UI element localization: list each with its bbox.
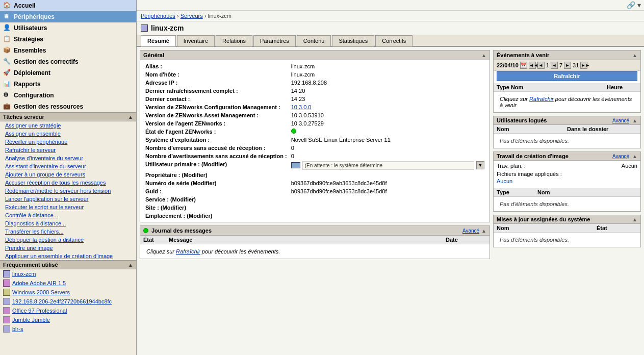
task-prendre-image[interactable]: Prendre une image bbox=[0, 244, 136, 252]
journal-collapse-btn[interactable]: ▲ bbox=[481, 228, 486, 234]
tasks-collapse-btn[interactable]: ▲ bbox=[128, 114, 133, 120]
frequent-item-blrs[interactable]: blr-s bbox=[0, 324, 136, 334]
general-section: Général ▲ Alias : linux-zcm Nom bbox=[140, 50, 490, 222]
general-table: Alias : linux-zcm Nom d'hôte : linux-zcm… bbox=[143, 62, 486, 220]
dropdown-icon[interactable]: ▾ bbox=[637, 1, 641, 9]
tab-resume[interactable]: Résumé bbox=[141, 35, 176, 46]
table-row: Service : (Modifier) bbox=[143, 195, 486, 204]
sidebar-nav-item-ensembles[interactable]: 📦 Ensembles bbox=[0, 45, 136, 56]
frequent-item-adobe-air[interactable]: Adobe Adobe AIR 1.5 bbox=[0, 278, 136, 288]
sidebar-nav-item-deploiement[interactable]: 🚀 Déploiement bbox=[0, 67, 136, 79]
nav-7-btn[interactable]: ◄ bbox=[551, 62, 558, 69]
journal-section: Journal des messages Avancé ▲ État Messa… bbox=[140, 225, 490, 259]
site-modifier-link[interactable]: (Modifier) bbox=[161, 205, 186, 211]
image-work-section: Travail de création d'image Avancé ▲ Tra… bbox=[493, 151, 641, 212]
page-title: linux-zcm bbox=[151, 24, 184, 32]
frequent-item-linux-zcm[interactable]: linux-zcm bbox=[0, 269, 136, 278]
service-modifier-link[interactable]: (Modifier) bbox=[170, 196, 196, 202]
sidebar-nav-item-ressources[interactable]: 💼 Gestion des ressources bbox=[0, 101, 136, 112]
general-collapse-btn[interactable]: ▲ bbox=[481, 53, 486, 58]
task-accuser-reception[interactable]: Accuser réception de tous les messages bbox=[0, 179, 136, 187]
events-rafraichir-link[interactable]: Rafraîchir bbox=[529, 96, 554, 102]
nav-next-btn[interactable]: ► bbox=[564, 62, 571, 69]
sidebar-nav-item-utilisateurs[interactable]: 👤 Utilisateurs bbox=[0, 22, 136, 34]
sidebar-nav-item-correctifs[interactable]: 🔧 Gestion des correctifs bbox=[0, 56, 136, 67]
tab-parametres[interactable]: Paramètres bbox=[253, 35, 296, 46]
task-appliquer-ensemble[interactable]: Appliquer un ensemble de création d'imag… bbox=[0, 252, 136, 260]
journal-rafraichir-link[interactable]: Rafraîchir bbox=[176, 248, 200, 255]
table-row: Utilisateur primaire : (Modifier) (En at… bbox=[143, 160, 486, 171]
frequent-item-ip[interactable]: 192.168.8.206-2e4f27720b661944bc8fc bbox=[0, 297, 136, 306]
breadcrumb-peripheriques[interactable]: Périphériques bbox=[141, 13, 175, 19]
task-rafraichir-serveur[interactable]: Rafraîchir le serveur bbox=[0, 146, 136, 154]
events-refresh-btn[interactable]: Rafraîchir bbox=[497, 71, 637, 81]
journal-status-icon bbox=[143, 228, 148, 233]
table-row: Nombre d'avertissements sans accusé de r… bbox=[143, 152, 486, 160]
nav-last-btn[interactable]: ►► bbox=[580, 62, 587, 69]
updates-no-items: Pas d'éléments disponibles. bbox=[497, 235, 637, 245]
frequent-item-office97[interactable]: Office 97 Professional bbox=[0, 306, 136, 315]
journal-avance-link[interactable]: Avancé bbox=[462, 228, 479, 234]
task-assistant-inventaire[interactable]: Assistant d'inventaire du serveur bbox=[0, 162, 136, 170]
serie-modifier-link[interactable]: (Modifier) bbox=[191, 180, 216, 186]
top-right-bar: 🔗 ▾ bbox=[137, 0, 644, 11]
device-icon bbox=[3, 298, 10, 305]
events-note: Cliquez sur Rafraîchir pour découvrir le… bbox=[497, 94, 637, 110]
logged-users-collapse-btn[interactable]: ▲ bbox=[632, 118, 637, 123]
fichiers-aucun-link[interactable]: Aucun bbox=[497, 178, 512, 184]
table-row: État de l'agent ZENworks : bbox=[143, 128, 486, 136]
journal-col-headers: État Message Date bbox=[140, 236, 490, 244]
tab-contenu[interactable]: Contenu bbox=[297, 35, 331, 46]
emplacement-modifier-link[interactable]: (Modifier) bbox=[187, 213, 212, 219]
table-row: Système d'exploitation : Novell SuSE Lin… bbox=[143, 136, 486, 144]
image-work-collapse-btn[interactable]: ▲ bbox=[632, 154, 637, 159]
proprietaire-modifier-link[interactable]: (Modifier) bbox=[182, 172, 208, 178]
image-work-no-items: Pas d'éléments disponibles. bbox=[497, 199, 637, 209]
link-icon[interactable]: 🔗 bbox=[627, 1, 635, 9]
sidebar-nav-item-accueil[interactable]: 🏠 Accueil bbox=[0, 0, 136, 11]
task-ajouter-groupe[interactable]: Ajouter à un groupe de serveurs bbox=[0, 170, 136, 179]
task-debloquer-gestion[interactable]: Débloquer la gestion à distance bbox=[0, 236, 136, 244]
nav-prev-btn[interactable]: ◄ bbox=[537, 62, 545, 69]
zenworks-version-link[interactable]: 10.3.0.0 bbox=[291, 104, 312, 110]
task-lancer-application[interactable]: Lancer l'application sur le serveur bbox=[0, 195, 136, 203]
user-prim-text: (En attente : le système détermine bbox=[302, 161, 474, 170]
task-assigner-strategie[interactable]: Assigner une stratégie bbox=[0, 121, 136, 130]
user-prim-modifier-link[interactable]: (Modifier) bbox=[201, 161, 227, 167]
journal-header: Journal des messages Avancé ▲ bbox=[140, 226, 490, 236]
image-work-avance-link[interactable]: Avancé bbox=[612, 154, 629, 159]
logged-users-content: Pas d'éléments disponibles. bbox=[494, 134, 640, 148]
image-work-items: Pas d'éléments disponibles. bbox=[494, 197, 640, 211]
frequent-item-win2000[interactable]: Windows 2000 Servers bbox=[0, 288, 136, 297]
tab-inventaire[interactable]: Inventaire bbox=[177, 35, 215, 46]
task-assigner-ensemble[interactable]: Assigner un ensemble bbox=[0, 130, 136, 138]
task-analyse-inventaire[interactable]: Analyse d'inventaire du serveur bbox=[0, 154, 136, 162]
sidebar-nav-item-configuration[interactable]: ⚙ Configuration bbox=[0, 90, 136, 101]
task-executer-script[interactable]: Exécuter le script sur le serveur bbox=[0, 203, 136, 211]
events-collapse-btn[interactable]: ▲ bbox=[632, 53, 637, 58]
frequent-collapse-btn[interactable]: ▲ bbox=[128, 262, 133, 268]
task-transferer-fichiers[interactable]: Transférer les fichiers... bbox=[0, 227, 136, 236]
frequent-item-jumble[interactable]: Jumble Jumble bbox=[0, 315, 136, 324]
sidebar-nav-item-strategies[interactable]: 📋 Stratégies bbox=[0, 34, 136, 45]
user-prim-expand-btn[interactable]: ▼ bbox=[476, 161, 484, 169]
breadcrumb-current: linux-zcm bbox=[208, 13, 231, 19]
task-redemarrer[interactable]: Redémarrer/mettre le serveur hors tensio… bbox=[0, 187, 136, 195]
general-content: Alias : linux-zcm Nom d'hôte : linux-zcm… bbox=[140, 60, 490, 222]
tab-statistiques[interactable]: Statistiques bbox=[332, 35, 374, 46]
tab-correctifs[interactable]: Correctifs bbox=[375, 35, 413, 46]
task-controle-distance[interactable]: Contrôle à distance... bbox=[0, 211, 136, 219]
tab-relations[interactable]: Relations bbox=[216, 35, 252, 46]
policy-icon: 📋 bbox=[3, 35, 11, 43]
table-row: Alias : linux-zcm bbox=[143, 62, 486, 70]
breadcrumb-serveurs[interactable]: Serveurs bbox=[181, 13, 203, 19]
task-diagnostics-distance[interactable]: Diagnostics à distance... bbox=[0, 219, 136, 227]
task-reveiller-peripherique[interactable]: Réveiller un périphérique bbox=[0, 138, 136, 146]
sidebar-nav-item-rapports[interactable]: 📊 Rapports bbox=[0, 79, 136, 90]
updates-collapse-btn[interactable]: ▲ bbox=[632, 217, 637, 222]
calendar-icon-btn[interactable]: 📅 bbox=[520, 62, 527, 69]
nav-first-btn[interactable]: ◄◄ bbox=[529, 62, 536, 69]
logged-users-avance-link[interactable]: Avancé bbox=[612, 118, 629, 123]
sidebar-nav-item-peripheriques[interactable]: 🖥 Périphériques bbox=[0, 11, 136, 22]
events-col-headers: Type Nom Heure bbox=[494, 83, 640, 92]
